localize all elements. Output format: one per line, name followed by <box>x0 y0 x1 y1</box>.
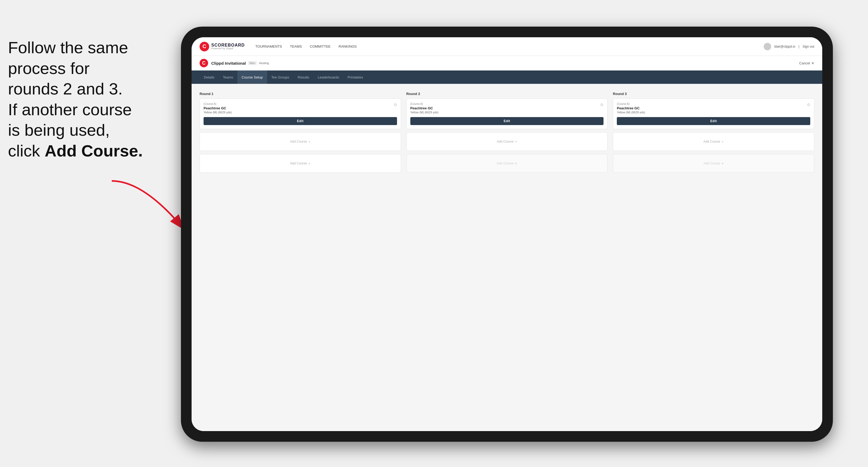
round-3-add-course-1[interactable]: Add Course + <box>613 132 814 151</box>
course-card-header-3: (Course A) Peachtree GC Yellow (M) (6629… <box>617 102 810 117</box>
add-course-label-2: Add Course <box>290 161 307 165</box>
course-info-2: (Course A) Peachtree GC Yellow (M) (6629… <box>410 102 438 117</box>
course-tee: Yellow (M) (6629 yds) <box>204 111 232 114</box>
round-2-edit-button[interactable]: Edit <box>410 117 604 125</box>
round-2-header: Round 2 <box>406 92 608 96</box>
round-1-course-card: (Course A) Peachtree GC Yellow (M) (6629… <box>199 98 401 129</box>
logo-area: C SCOREBOARD Powered by clippd <box>199 42 245 51</box>
round-1-add-course-2[interactable]: Add Course + <box>199 154 401 173</box>
sub-header: C Clippd Invitational Men Hosting Cancel… <box>192 56 822 70</box>
plus-icon-r2: + <box>515 139 517 144</box>
round-1-add-course-1[interactable]: Add Course + <box>199 132 401 151</box>
course-card-header-2: (Course A) Peachtree GC Yellow (M) (6629… <box>410 102 604 117</box>
rounds-grid: Round 1 (Course A) Peachtree GC Yellow (… <box>199 92 814 176</box>
separator: | <box>799 45 799 49</box>
round-1-edit-button[interactable]: Edit <box>204 117 397 125</box>
tournament-logo-icon: C <box>199 59 208 67</box>
logo-icon: C <box>199 42 209 51</box>
tab-course-setup[interactable]: Course Setup <box>237 70 267 84</box>
course-tee-3: Yellow (M) (6629 yds) <box>617 111 645 114</box>
sign-out-link[interactable]: Sign out <box>803 45 814 49</box>
top-nav: C SCOREBOARD Powered by clippd TOURNAMEN… <box>192 37 822 56</box>
instruction-text: Follow the same process for rounds 2 and… <box>0 37 165 161</box>
card-action-icon[interactable]: ⊙ <box>394 102 397 107</box>
course-label-3: (Course A) <box>617 102 645 105</box>
logo-subtitle: Powered by clippd <box>211 48 245 50</box>
round-2-add-course-2: Add Course + <box>406 154 608 173</box>
nav-right: blair@clippd.io | Sign out <box>764 43 814 50</box>
round-3-header: Round 3 <box>613 92 814 96</box>
plus-icon-r2-2: + <box>515 161 517 165</box>
round-2-column: Round 2 (Course A) Peachtree GC Yellow (… <box>406 92 608 176</box>
round-3-course-card: (Course A) Peachtree GC Yellow (M) (6629… <box>613 98 814 129</box>
course-label-2: (Course A) <box>410 102 438 105</box>
course-name-3: Peachtree GC <box>617 106 645 110</box>
tab-bar: Details Teams Course Setup Tee Groups Re… <box>192 70 822 84</box>
cancel-button[interactable]: Cancel ✕ <box>799 61 814 65</box>
round-1-column: Round 1 (Course A) Peachtree GC Yellow (… <box>199 92 401 176</box>
course-name-2: Peachtree GC <box>410 106 438 110</box>
tournament-name: Clippd Invitational <box>211 61 246 65</box>
add-course-label: Add Course <box>290 140 307 144</box>
avatar <box>764 43 771 50</box>
nav-rankings[interactable]: RANKINGS <box>339 43 357 50</box>
course-label: (Course A) <box>204 102 232 105</box>
add-course-label-r3-2: Add Course <box>703 161 720 165</box>
round-3-edit-button[interactable]: Edit <box>617 117 810 125</box>
logo-title: SCOREBOARD <box>211 43 245 48</box>
add-course-label-r3: Add Course <box>703 140 720 144</box>
tablet-device: C SCOREBOARD Powered by clippd TOURNAMEN… <box>181 27 833 442</box>
main-content: Round 1 (Course A) Peachtree GC Yellow (… <box>192 84 822 431</box>
tab-leaderboards[interactable]: Leaderboards <box>313 70 343 84</box>
tab-teams[interactable]: Teams <box>219 70 237 84</box>
add-course-label-r2-2: Add Course <box>497 161 514 165</box>
round-3-add-course-2: Add Course + <box>613 154 814 173</box>
round-1-header: Round 1 <box>199 92 401 96</box>
round-3-column: Round 3 (Course A) Peachtree GC Yellow (… <box>613 92 814 176</box>
men-badge: Men <box>248 61 257 65</box>
tablet-screen: C SCOREBOARD Powered by clippd TOURNAMEN… <box>192 37 822 431</box>
tab-printables[interactable]: Printables <box>343 70 367 84</box>
add-course-label-r2: Add Course <box>497 140 514 144</box>
course-card-header: (Course A) Peachtree GC Yellow (M) (6629… <box>204 102 397 117</box>
plus-icon-r3: + <box>722 139 724 144</box>
nav-links: TOURNAMENTS TEAMS COMMITTEE RANKINGS <box>255 43 764 50</box>
plus-icon: + <box>308 139 310 144</box>
nav-teams[interactable]: TEAMS <box>290 43 302 50</box>
course-tee-2: Yellow (M) (6629 yds) <box>410 111 438 114</box>
hosting-badge: Hosting <box>259 61 269 65</box>
course-info: (Course A) Peachtree GC Yellow (M) (6629… <box>204 102 232 117</box>
course-info-3: (Course A) Peachtree GC Yellow (M) (6629… <box>617 102 645 117</box>
logo-text: SCOREBOARD Powered by clippd <box>211 43 245 50</box>
round-2-course-card: (Course A) Peachtree GC Yellow (M) (6629… <box>406 98 608 129</box>
card-action-icon-2[interactable]: ⊙ <box>600 102 603 107</box>
plus-icon-r3-2: + <box>722 161 724 165</box>
plus-icon-2: + <box>308 161 310 165</box>
close-icon: ✕ <box>811 61 814 65</box>
round-2-add-course-1[interactable]: Add Course + <box>406 132 608 151</box>
tab-tee-groups[interactable]: Tee Groups <box>267 70 293 84</box>
nav-committee[interactable]: COMMITTEE <box>310 43 331 50</box>
tab-results[interactable]: Results <box>293 70 313 84</box>
user-email: blair@clippd.io <box>774 45 795 49</box>
tab-details[interactable]: Details <box>199 70 219 84</box>
course-name: Peachtree GC <box>204 106 232 110</box>
card-action-icon-3[interactable]: ⊙ <box>807 102 810 107</box>
nav-tournaments[interactable]: TOURNAMENTS <box>255 43 282 50</box>
